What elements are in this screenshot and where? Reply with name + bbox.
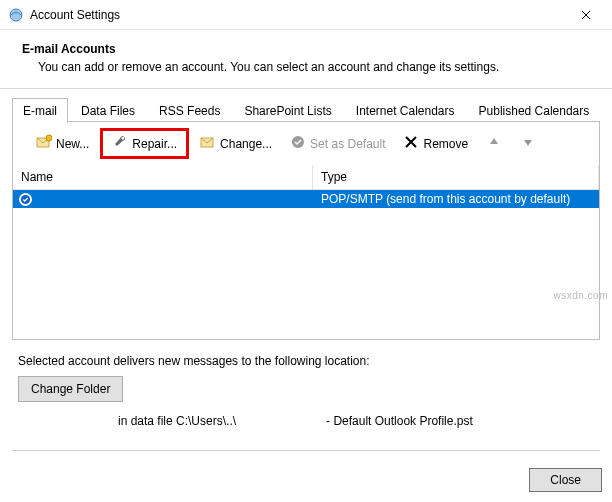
watermark: wsxdn.com <box>553 290 608 301</box>
new-label: New... <box>56 137 89 151</box>
data-file-path: in data file C:\Users\..\ <box>118 414 236 428</box>
column-type[interactable]: Type <box>313 165 599 189</box>
delivery-location-label: Selected account delivers new messages t… <box>18 354 596 368</box>
change-folder-button[interactable]: Change Folder <box>18 376 123 402</box>
svg-marker-6 <box>524 140 532 146</box>
header-subtitle: You can add or remove an account. You ca… <box>38 60 596 74</box>
tab-internet-calendars[interactable]: Internet Calendars <box>345 98 466 123</box>
remove-button[interactable]: Remove <box>396 131 475 156</box>
tab-rss-feeds[interactable]: RSS Feeds <box>148 98 231 123</box>
change-button[interactable]: Change... <box>193 131 279 156</box>
profile-file: - Default Outlook Profile.pst <box>326 414 473 428</box>
app-icon <box>8 7 24 23</box>
window-title: Account Settings <box>30 8 566 22</box>
svg-point-2 <box>46 135 52 141</box>
tab-address-books[interactable]: Address Books <box>602 98 612 123</box>
arrow-down-icon <box>520 134 536 153</box>
repair-highlight: Repair... <box>100 128 189 159</box>
change-label: Change... <box>220 137 272 151</box>
accounts-table: Name Type POP/SMTP (send from this accou… <box>12 165 600 340</box>
envelope-edit-icon <box>200 134 216 153</box>
header-title: E-mail Accounts <box>22 42 596 56</box>
tab-sharepoint-lists[interactable]: SharePoint Lists <box>233 98 342 123</box>
titlebar: Account Settings <box>0 0 612 30</box>
envelope-new-icon <box>36 134 52 153</box>
path-row: in data file C:\Users\..\ - Default Outl… <box>18 414 596 428</box>
table-header: Name Type <box>13 165 599 190</box>
default-check-icon <box>19 193 32 206</box>
svg-marker-5 <box>490 138 498 144</box>
tab-published-calendars[interactable]: Published Calendars <box>468 98 601 123</box>
footer-divider <box>12 450 600 451</box>
move-up-button <box>479 131 509 156</box>
close-button[interactable]: Close <box>529 468 602 492</box>
footer-info: Selected account delivers new messages t… <box>0 340 612 434</box>
set-default-label: Set as Default <box>310 137 385 151</box>
arrow-up-icon <box>486 134 502 153</box>
column-name[interactable]: Name <box>13 165 313 189</box>
repair-button[interactable]: Repair... <box>103 131 186 156</box>
window-close-button[interactable] <box>566 1 606 29</box>
row-name-cell <box>13 192 313 207</box>
tab-divider <box>12 121 600 122</box>
repair-label: Repair... <box>132 137 177 151</box>
set-default-button: Set as Default <box>283 131 392 156</box>
header: E-mail Accounts You can add or remove an… <box>0 30 612 89</box>
tab-email[interactable]: E-mail <box>12 98 68 123</box>
tabstrip: E-mail Data Files RSS Feeds SharePoint L… <box>0 89 612 122</box>
move-down-button <box>513 131 543 156</box>
button-bar: Close <box>529 468 602 492</box>
remove-label: Remove <box>423 137 468 151</box>
checkmark-circle-icon <box>290 134 306 153</box>
toolbar: New... Repair... Change... Set as Defaul… <box>12 122 600 165</box>
row-type-cell: POP/SMTP (send from this account by defa… <box>313 191 599 207</box>
wrench-icon <box>112 134 128 153</box>
tab-data-files[interactable]: Data Files <box>70 98 146 123</box>
x-icon <box>403 134 419 153</box>
new-button[interactable]: New... <box>29 131 96 156</box>
table-row[interactable]: POP/SMTP (send from this account by defa… <box>13 190 599 208</box>
svg-point-0 <box>10 9 22 21</box>
